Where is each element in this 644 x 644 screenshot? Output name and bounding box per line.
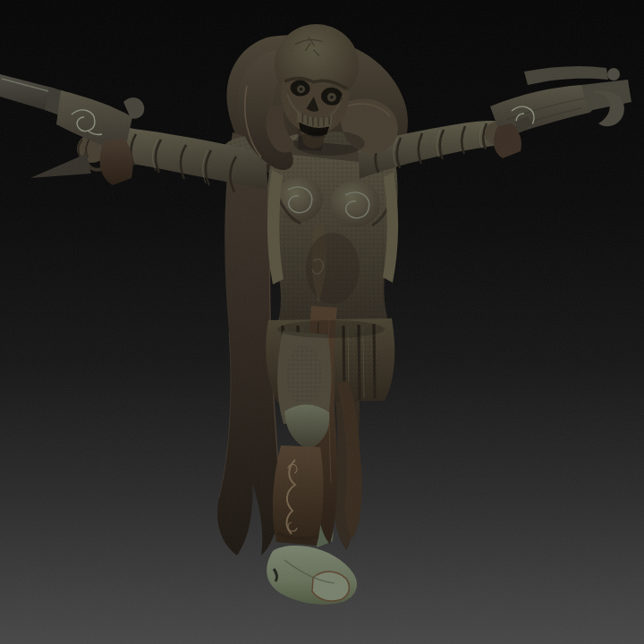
- sculpt-render-canvas: [0, 0, 644, 644]
- clay-grain-overlay: [0, 0, 644, 644]
- sculpt-render-viewport: [0, 0, 644, 644]
